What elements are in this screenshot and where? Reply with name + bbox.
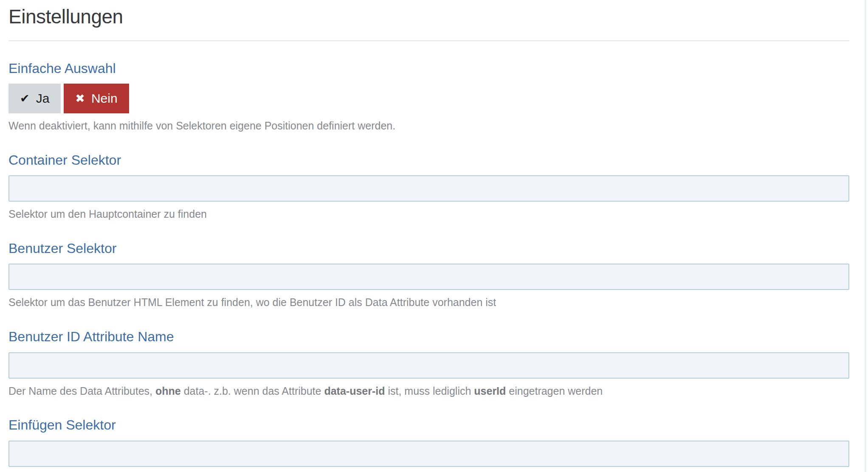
field-label-container-selektor: Container Selektor [8,152,849,168]
form-group-container-selektor: Container Selektor Selektor um den Haupt… [8,152,849,221]
yes-no-toggle: ✔ Ja ✖ Nein [8,84,849,113]
einfuegen-selektor-input[interactable] [8,441,849,467]
yes-button[interactable]: ✔ Ja [8,84,61,113]
benutzer-id-attribute-name-help: Der Name des Data Attributes, ohne data-… [8,385,849,398]
page-title: Einstellungen [8,6,849,28]
field-label-einfuegen-selektor: Einfügen Selektor [8,417,849,433]
field-label-einfache-auswahl: Einfache Auswahl [8,61,849,76]
field-label-benutzer-id-attribute-name: Benutzer ID Attribute Name [8,329,849,345]
form-group-benutzer-selektor: Benutzer Selektor Selektor um das Benutz… [8,241,849,309]
x-icon: ✖ [75,93,85,104]
form-group-benutzer-id-attribute-name: Benutzer ID Attribute Name Der Name des … [8,329,849,398]
no-button[interactable]: ✖ Nein [64,84,129,113]
right-panel-divider [865,0,866,472]
benutzer-selektor-help: Selektor um das Benutzer HTML Element zu… [8,296,849,309]
benutzer-selektor-input[interactable] [8,264,849,290]
container-selektor-input[interactable] [8,175,849,202]
title-divider [8,40,849,41]
no-button-label: Nein [91,92,118,105]
check-icon: ✔ [20,93,30,104]
form-group-einfache-auswahl: Einfache Auswahl ✔ Ja ✖ Nein Wenn deakti… [8,61,849,133]
container-selektor-help: Selektor um den Hauptcontainer zu finden [8,208,849,221]
yes-button-label: Ja [36,92,50,105]
einfache-auswahl-help: Wenn deaktiviert, kann mithilfe von Sele… [8,119,849,132]
benutzer-id-attribute-name-input[interactable] [8,352,849,379]
field-label-benutzer-selektor: Benutzer Selektor [8,241,849,256]
form-group-einfuegen-selektor: Einfügen Selektor Selektor um das Elemen… [8,417,849,472]
settings-page: Einstellungen Einfache Auswahl ✔ Ja ✖ Ne… [0,0,868,472]
